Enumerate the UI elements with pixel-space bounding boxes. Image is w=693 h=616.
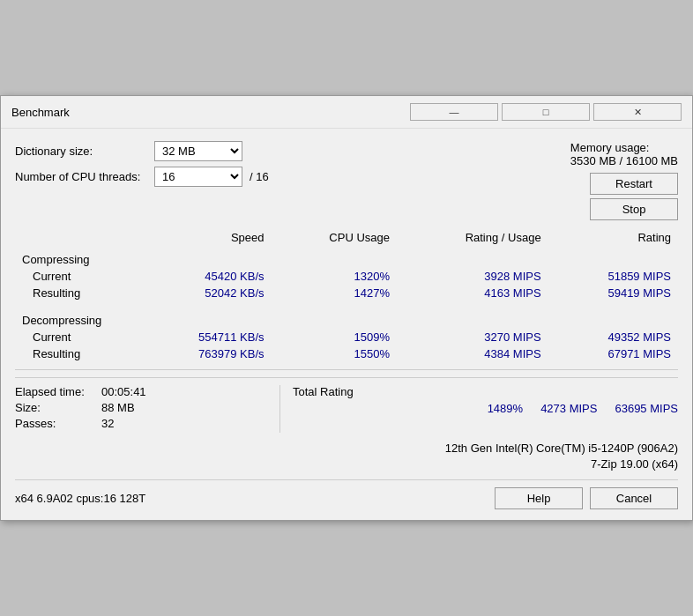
decomp-current-rating: 49352 MIPS xyxy=(548,329,678,345)
comp-resulting-rating: 59419 MIPS xyxy=(548,285,678,301)
comp-resulting-speed: 52042 KB/s xyxy=(137,285,271,301)
total-rating-values: 1489% 4273 MIPS 63695 MIPS xyxy=(293,402,678,415)
total-rating-section: Total Rating 1489% 4273 MIPS 63695 MIPS xyxy=(279,385,678,433)
total-cpu-usage: 1489% xyxy=(488,402,523,415)
stop-button[interactable]: Stop xyxy=(590,198,678,220)
decompressing-header-row: Decompressing xyxy=(15,308,678,329)
decomp-current-label: Current xyxy=(15,329,137,345)
passes-label: Passes: xyxy=(15,417,94,430)
spacer-row xyxy=(15,301,678,308)
elapsed-time-row: Elapsed time: 00:05:41 xyxy=(15,385,271,398)
cancel-button[interactable]: Cancel xyxy=(590,487,678,509)
decomp-current-rating-usage: 3270 MIPS xyxy=(397,329,548,345)
memory-usage-label: Memory usage: xyxy=(570,141,678,154)
version-info: 7-Zip 19.00 (x64) xyxy=(15,457,678,471)
dictionary-size-label: Dictionary size: xyxy=(15,145,147,158)
col-header-rating: Rating xyxy=(548,229,678,248)
cpu-threads-row: Number of CPU threads: 16 / 16 xyxy=(15,167,269,187)
memory-info: Memory usage: 3530 MB / 16100 MB xyxy=(570,141,678,167)
size-row: Size: 88 MB xyxy=(15,401,271,414)
footer-buttons: Help Cancel xyxy=(495,487,678,509)
table-row: Current 554711 KB/s 1509% 3270 MIPS 4935… xyxy=(15,329,678,345)
decomp-current-cpu: 1509% xyxy=(272,329,397,345)
restart-button[interactable]: Restart xyxy=(590,173,678,195)
dictionary-size-select[interactable]: 32 MB xyxy=(154,141,242,161)
stats-left: Elapsed time: 00:05:41 Size: 88 MB Passe… xyxy=(15,385,279,433)
decomp-resulting-speed: 763979 KB/s xyxy=(137,345,271,362)
comp-resulting-rating-usage: 4163 MIPS xyxy=(397,285,548,301)
table-row: Current 45420 KB/s 1320% 3928 MIPS 51859… xyxy=(15,268,678,285)
col-header-empty xyxy=(15,229,137,248)
cpu-info: 12th Gen Intel(R) Core(TM) i5-1240P (906… xyxy=(15,442,678,471)
build-info: x64 6.9A02 cpus:16 128T xyxy=(15,492,145,505)
decomp-current-speed: 554711 KB/s xyxy=(137,329,271,345)
window-content: Dictionary size: 32 MB Number of CPU thr… xyxy=(1,129,692,520)
minimize-button[interactable]: — xyxy=(410,103,498,121)
comp-current-rating-usage: 3928 MIPS xyxy=(397,268,548,285)
help-button[interactable]: Help xyxy=(495,487,583,509)
footer: x64 6.9A02 cpus:16 128T Help Cancel xyxy=(15,479,678,509)
compressing-header: Compressing xyxy=(15,248,678,268)
total-rating-usage: 4273 MIPS xyxy=(540,402,597,415)
window-title: Benchmark xyxy=(11,106,70,119)
total-rating: 63695 MIPS xyxy=(615,402,678,415)
memory-usage-value: 3530 MB / 16100 MB xyxy=(570,154,678,167)
cpu-name: 12th Gen Intel(R) Core(TM) i5-1240P (906… xyxy=(15,442,678,455)
comp-current-rating: 51859 MIPS xyxy=(548,268,678,285)
decomp-resulting-rating-usage: 4384 MIPS xyxy=(397,345,548,362)
divider xyxy=(15,369,678,370)
elapsed-time-label: Elapsed time: xyxy=(15,385,94,398)
decomp-resulting-rating: 67971 MIPS xyxy=(548,345,678,362)
col-header-rating-usage: Rating / Usage xyxy=(397,229,548,248)
comp-current-speed: 45420 KB/s xyxy=(137,268,271,285)
bottom-section: Elapsed time: 00:05:41 Size: 88 MB Passe… xyxy=(15,377,678,433)
comp-current-cpu: 1320% xyxy=(272,268,397,285)
cpu-threads-select[interactable]: 16 xyxy=(154,167,242,187)
results-table: Speed CPU Usage Rating / Usage Rating Co… xyxy=(15,229,678,362)
elapsed-time-value: 00:05:41 xyxy=(101,385,146,398)
action-buttons: Restart Stop xyxy=(590,173,678,220)
cpu-threads-label: Number of CPU threads: xyxy=(15,170,147,183)
decomp-resulting-label: Resulting xyxy=(15,345,137,362)
comp-resulting-label: Resulting xyxy=(15,285,137,301)
maximize-button[interactable]: □ xyxy=(502,103,590,121)
passes-row: Passes: 32 xyxy=(15,417,271,430)
right-controls: Memory usage: 3530 MB / 16100 MB Restart… xyxy=(570,141,678,220)
size-label: Size: xyxy=(15,401,94,414)
table-row: Resulting 52042 KB/s 1427% 4163 MIPS 594… xyxy=(15,285,678,301)
benchmark-window: Benchmark — □ ✕ Dictionary size: 32 MB N… xyxy=(0,95,693,521)
total-rating-header: Total Rating xyxy=(293,385,678,398)
col-header-cpu-usage: CPU Usage xyxy=(272,229,397,248)
title-bar-controls: — □ ✕ xyxy=(410,103,682,121)
passes-value: 32 xyxy=(101,417,114,430)
table-row: Resulting 763979 KB/s 1550% 4384 MIPS 67… xyxy=(15,345,678,362)
compressing-header-row: Compressing xyxy=(15,248,678,268)
top-controls: Dictionary size: 32 MB Number of CPU thr… xyxy=(15,141,678,220)
comp-current-label: Current xyxy=(15,268,137,285)
cpu-threads-suffix: / 16 xyxy=(250,170,269,183)
dictionary-size-row: Dictionary size: 32 MB xyxy=(15,141,269,161)
title-bar: Benchmark — □ ✕ xyxy=(1,96,692,129)
decomp-resulting-cpu: 1550% xyxy=(272,345,397,362)
left-controls: Dictionary size: 32 MB Number of CPU thr… xyxy=(15,141,269,187)
size-value: 88 MB xyxy=(101,401,135,414)
close-button[interactable]: ✕ xyxy=(593,103,682,121)
decompressing-header: Decompressing xyxy=(15,308,678,329)
comp-resulting-cpu: 1427% xyxy=(272,285,397,301)
col-header-speed: Speed xyxy=(137,229,271,248)
